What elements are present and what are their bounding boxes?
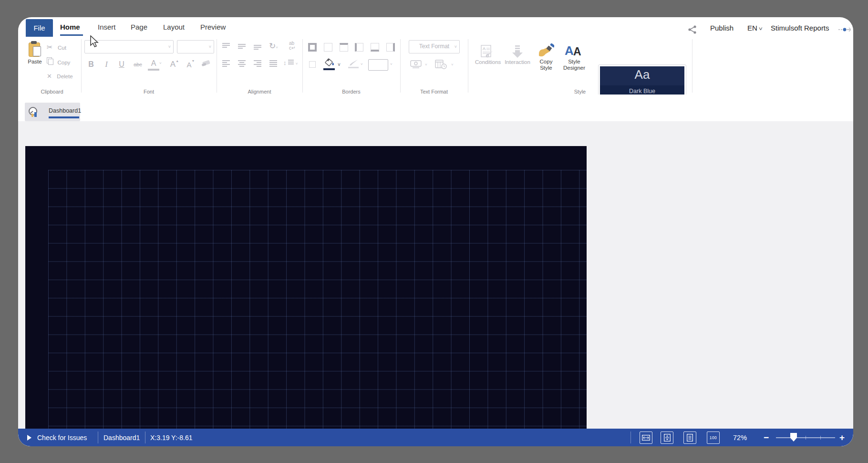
cut-button[interactable]: ✂ Cut bbox=[47, 43, 66, 52]
group-separator bbox=[400, 39, 401, 93]
active-tab-underline bbox=[60, 34, 83, 36]
zoom-100-button[interactable]: 100 bbox=[707, 431, 720, 444]
cut-label: Cut bbox=[58, 45, 66, 51]
right-border-button[interactable] bbox=[386, 43, 395, 52]
file-button[interactable]: File bbox=[26, 19, 53, 37]
no-borders-button[interactable] bbox=[324, 43, 332, 52]
style-designer-icon: A A bbox=[561, 43, 588, 59]
grow-font-button[interactable]: A▲ bbox=[168, 58, 181, 71]
clear-format-eraser-icon[interactable] bbox=[201, 59, 211, 67]
zoom-slider-thumb[interactable] bbox=[790, 433, 797, 442]
interaction-button[interactable]: Interaction bbox=[504, 45, 531, 65]
chevron-down-icon[interactable]: ˅ bbox=[338, 62, 341, 67]
all-borders-button[interactable] bbox=[308, 43, 317, 52]
zoom-in-button[interactable]: + bbox=[839, 429, 845, 446]
fill-color-button[interactable] bbox=[323, 58, 336, 70]
copy-style-brush-icon bbox=[538, 43, 554, 59]
cursor-coordinates: X:3.19 Y:-8.61 bbox=[150, 429, 192, 446]
sheet-tab-dashboard1[interactable]: Dashboard1 bbox=[25, 103, 80, 121]
sheet-tab-strip: Dashboard1 bbox=[18, 95, 853, 122]
zoom-slider-tick bbox=[806, 436, 806, 440]
border-style-selector[interactable] bbox=[368, 59, 388, 71]
currency-format-button[interactable] bbox=[410, 60, 423, 69]
language-dropdown[interactable]: EN ˅ bbox=[747, 24, 762, 32]
page-view-button[interactable] bbox=[683, 431, 696, 444]
chevron-down-icon[interactable]: ˅ bbox=[451, 63, 454, 67]
underline-button[interactable]: U bbox=[115, 58, 128, 71]
outside-border-button[interactable] bbox=[309, 61, 316, 68]
tab-home[interactable]: Home bbox=[60, 23, 80, 31]
share-icon[interactable] bbox=[688, 25, 697, 34]
paste-icon bbox=[29, 41, 41, 57]
text-format-selector[interactable]: Text Format ˅ bbox=[409, 40, 460, 53]
paste-label: Paste bbox=[27, 59, 43, 64]
paste-button[interactable]: Paste bbox=[27, 41, 43, 71]
shrink-font-glyph: A bbox=[187, 61, 192, 69]
tab-page[interactable]: Page bbox=[131, 23, 147, 31]
chevron-down-icon[interactable]: ˅ bbox=[390, 62, 393, 66]
bold-button[interactable]: B bbox=[85, 58, 97, 71]
style-preview-text: Aa bbox=[600, 67, 684, 82]
desktop: File Home Insert Page Layout Preview Pub… bbox=[0, 0, 868, 463]
chevron-down-icon[interactable]: ˅ bbox=[159, 61, 162, 65]
fit-page-height-button[interactable] bbox=[661, 431, 673, 444]
shrink-font-button[interactable]: A▼ bbox=[185, 58, 197, 71]
conditions-button[interactable]: A Conditions bbox=[475, 45, 499, 65]
copy-icon bbox=[47, 57, 53, 64]
paint-bucket-icon bbox=[323, 58, 336, 68]
tab-layout[interactable]: Layout bbox=[163, 23, 185, 31]
sheet-tab-label: Dashboard1 bbox=[49, 107, 81, 114]
style-designer-button[interactable]: A A StyleDesigner bbox=[561, 43, 588, 71]
word-wrap-button[interactable]: ab c↵ bbox=[289, 41, 295, 51]
fit-page-width-button[interactable] bbox=[640, 431, 652, 444]
clipboard-group-label: Clipboard bbox=[23, 89, 81, 95]
publish-button[interactable]: Publish bbox=[710, 24, 734, 32]
font-size-combobox[interactable]: ˅ bbox=[177, 40, 214, 53]
italic-button[interactable]: I bbox=[100, 58, 113, 71]
copy-style-button[interactable]: CopyStyle bbox=[535, 43, 557, 71]
interaction-arrow-icon bbox=[511, 45, 524, 59]
brand-link[interactable]: Stimulsoft Reports bbox=[771, 24, 829, 32]
language-label: EN bbox=[747, 24, 757, 32]
top-border-button[interactable] bbox=[340, 43, 348, 52]
style-group-label: Style bbox=[468, 89, 692, 95]
delete-button[interactable]: ✕ Delete bbox=[47, 72, 73, 80]
bottom-border-button[interactable] bbox=[371, 43, 379, 52]
designer-window: File Home Insert Page Layout Preview Pub… bbox=[18, 17, 853, 446]
font-name-combobox[interactable]: ˅ bbox=[84, 40, 174, 53]
chevron-down-icon[interactable]: ˅ bbox=[361, 62, 363, 66]
copy-style-label: CopyStyle bbox=[535, 59, 557, 71]
conditions-label: Conditions bbox=[475, 59, 499, 65]
chevron-down-icon[interactable]: ˅ bbox=[425, 63, 427, 67]
grow-font-glyph: A bbox=[170, 60, 176, 69]
strikethrough-button[interactable]: abc bbox=[131, 58, 145, 71]
copy-label: Copy bbox=[57, 60, 70, 65]
canvas-grid bbox=[48, 170, 587, 431]
line-spacing-button[interactable]: ↕ ˅ bbox=[283, 59, 298, 66]
chevron-down-icon: ˅ bbox=[759, 26, 763, 32]
zoom-out-button[interactable]: − bbox=[764, 429, 769, 446]
group-separator bbox=[217, 39, 217, 93]
tab-insert[interactable]: Insert bbox=[98, 23, 116, 31]
dashboard-canvas[interactable] bbox=[25, 146, 587, 431]
banknote-icon bbox=[410, 60, 423, 69]
text-rotation-button[interactable]: ↻˅ bbox=[269, 41, 278, 51]
expand-issues-button[interactable] bbox=[27, 429, 31, 446]
datetime-format-button[interactable] bbox=[435, 59, 447, 70]
border-color-button[interactable] bbox=[348, 59, 360, 68]
calendar-clock-icon bbox=[435, 59, 447, 70]
borders-group-label: Borders bbox=[302, 89, 400, 95]
wrap-line2: c↵ bbox=[289, 46, 295, 51]
group-separator bbox=[468, 39, 468, 93]
tab-preview[interactable]: Preview bbox=[200, 23, 226, 31]
left-border-button[interactable] bbox=[355, 43, 363, 52]
scissors-icon: ✂ bbox=[47, 43, 53, 51]
work-area bbox=[18, 121, 853, 429]
rotate-icon: ↻ bbox=[269, 42, 276, 51]
zoom-percentage: 72% bbox=[733, 429, 747, 446]
check-for-issues-button[interactable]: Check for Issues bbox=[37, 429, 87, 446]
statusbar-separator bbox=[145, 431, 145, 443]
font-color-button[interactable]: A bbox=[148, 58, 159, 71]
fill-color-swatch bbox=[323, 68, 335, 70]
copy-button[interactable]: Copy bbox=[47, 57, 70, 66]
